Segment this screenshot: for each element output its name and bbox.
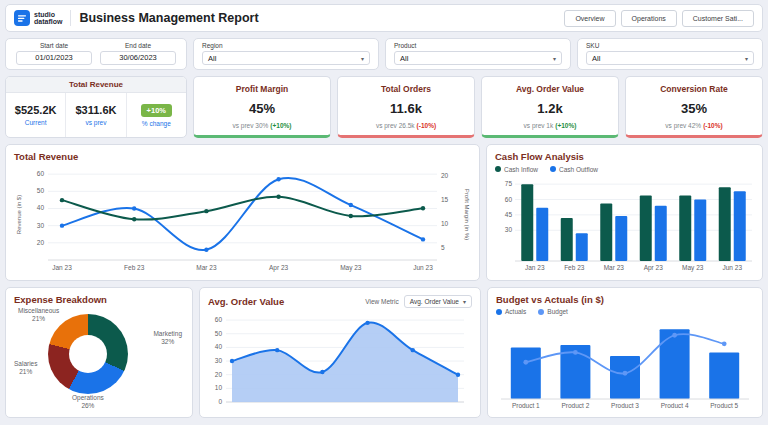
svg-text:Apr 23: Apr 23 bbox=[644, 264, 664, 272]
tab-operations[interactable]: Operations bbox=[621, 10, 677, 27]
chevron-down-icon: ▾ bbox=[553, 55, 556, 62]
end-date-label: End date bbox=[100, 42, 176, 49]
svg-text:Apr 23: Apr 23 bbox=[269, 264, 289, 272]
svg-text:Jan 23: Jan 23 bbox=[525, 264, 545, 271]
end-date-input[interactable]: 30/06/2023 bbox=[100, 51, 176, 65]
kpi-comparison: vs prev 1k(+10%) bbox=[524, 122, 577, 129]
kpi-value: 11.6k bbox=[390, 101, 422, 116]
charts-row-2: Expense Breakdown Marketing32% Operation… bbox=[5, 287, 763, 418]
svg-text:Mar 23: Mar 23 bbox=[604, 264, 625, 271]
logo-line1: studio bbox=[34, 11, 62, 19]
tab-overview[interactable]: Overview bbox=[564, 10, 615, 27]
kpi-current-label: Current bbox=[25, 119, 47, 126]
svg-text:40: 40 bbox=[37, 204, 45, 211]
svg-text:0: 0 bbox=[218, 398, 222, 405]
kpi-title: Profit Margin bbox=[236, 84, 288, 94]
region-value: All bbox=[208, 54, 216, 63]
sku-select[interactable]: All ▾ bbox=[586, 51, 754, 65]
svg-text:Jun 23: Jun 23 bbox=[413, 264, 433, 271]
cash-flow-bar-chart: 30456075Jan 23Feb 23Mar 23Apr 23May 23Ju… bbox=[495, 175, 754, 273]
kpi-prev: $311.6K vs prev bbox=[65, 93, 125, 137]
kpi-card-conversion-rate: Conversion Rate 35% vs prev 42%(-10%) bbox=[625, 76, 763, 138]
chart-title: Total Revenue bbox=[14, 150, 471, 163]
svg-text:60: 60 bbox=[505, 196, 513, 203]
product-filter: Product All ▾ bbox=[385, 38, 571, 70]
svg-text:20: 20 bbox=[37, 239, 45, 246]
svg-text:40: 40 bbox=[215, 343, 223, 350]
tab-customer-satisfaction[interactable]: Customer Sati... bbox=[682, 10, 754, 27]
end-date-field: End date 30/06/2023 bbox=[100, 42, 176, 66]
kpi-card-profit-margin: Profit Margin 45% vs prev 30%(+10%) bbox=[193, 76, 331, 138]
kpi-comparison: vs prev 26.5k(-10%) bbox=[376, 122, 436, 129]
kpi-title: Avg. Order Value bbox=[516, 84, 584, 94]
sku-label: SKU bbox=[586, 42, 754, 49]
kpi-prev-label: vs prev bbox=[86, 119, 107, 126]
chevron-down-icon: ▾ bbox=[361, 55, 364, 62]
budget-vs-actuals-card: Budget vs Actuals (in $) Actuals Budget … bbox=[487, 287, 763, 418]
sku-value: All bbox=[592, 54, 600, 63]
svg-text:Revenue (in $): Revenue (in $) bbox=[16, 195, 22, 234]
cash-outflow-dot-icon bbox=[550, 166, 556, 172]
svg-text:May 23: May 23 bbox=[340, 264, 362, 272]
total-revenue-line-chart: 20304050605101520Jan 23Feb 23Mar 23Apr 2… bbox=[14, 163, 471, 273]
budget-dot-icon bbox=[538, 309, 544, 315]
chevron-down-icon: ▾ bbox=[745, 55, 748, 62]
svg-text:5: 5 bbox=[441, 244, 445, 251]
nav-tabs: Overview Operations Customer Sati... bbox=[564, 10, 754, 27]
cash-flow-legend: Cash Inflow Cash Outflow bbox=[495, 163, 754, 175]
kpi-comparison: vs prev 42%(-10%) bbox=[665, 122, 722, 129]
svg-text:10: 10 bbox=[441, 220, 449, 227]
chevron-down-icon: ▾ bbox=[463, 298, 466, 305]
kpi-comparison: vs prev 30%(+10%) bbox=[233, 122, 292, 129]
svg-text:Product 3: Product 3 bbox=[611, 402, 639, 409]
region-select[interactable]: All ▾ bbox=[202, 51, 370, 65]
chart-title: Avg. Order Value bbox=[208, 295, 284, 308]
kpi-change-text: (-10%) bbox=[703, 122, 723, 129]
svg-text:Mar 23: Mar 23 bbox=[196, 264, 217, 271]
view-metric-select[interactable]: Avg. Order Value ▾ bbox=[404, 295, 472, 308]
product-select[interactable]: All ▾ bbox=[394, 51, 562, 65]
legend-item-cash-outflow: Cash Outflow bbox=[550, 166, 598, 173]
kpi-current-value: $525.2K bbox=[15, 104, 57, 116]
metric-picker: View Metric Avg. Order Value ▾ bbox=[365, 295, 472, 308]
studio-dataflow-logo: studio dataflow bbox=[14, 10, 62, 26]
sku-filter: SKU All ▾ bbox=[577, 38, 763, 70]
budget-legend: Actuals Budget bbox=[496, 306, 754, 317]
start-date-label: Start date bbox=[16, 42, 92, 49]
svg-text:May 23: May 23 bbox=[682, 264, 704, 272]
kpi-prev-value: $311.6K bbox=[76, 104, 117, 116]
svg-text:30: 30 bbox=[505, 226, 513, 233]
kpi-change: +10% % change bbox=[126, 93, 186, 137]
expense-donut-area: Marketing32% Operations26% Salaries21% M… bbox=[14, 306, 184, 410]
chart-title: Cash Flow Analysis bbox=[495, 150, 754, 163]
svg-text:Profit Margin (in %): Profit Margin (in %) bbox=[464, 189, 470, 240]
svg-text:Feb 23: Feb 23 bbox=[124, 264, 145, 271]
svg-text:Product 1: Product 1 bbox=[512, 402, 540, 409]
budget-vs-actuals-chart: Product 1Product 2Product 3Product 4Prod… bbox=[496, 317, 754, 411]
kpi-title: Total Orders bbox=[381, 84, 431, 94]
start-date-field: Start date 01/01/2023 bbox=[16, 42, 92, 66]
region-label: Region bbox=[202, 42, 370, 49]
product-value: All bbox=[400, 54, 408, 63]
chart-title: Expense Breakdown bbox=[14, 293, 184, 306]
expense-donut-chart bbox=[48, 314, 128, 394]
start-date-input[interactable]: 01/01/2023 bbox=[16, 51, 92, 65]
svg-text:20: 20 bbox=[441, 172, 449, 179]
kpi-change-text: (+10%) bbox=[555, 122, 576, 129]
kpi-value: 45% bbox=[249, 101, 275, 116]
svg-text:Product 2: Product 2 bbox=[561, 402, 589, 409]
slice-label-salaries: Salaries21% bbox=[14, 360, 37, 376]
svg-text:60: 60 bbox=[215, 316, 223, 323]
actuals-dot-icon bbox=[496, 309, 502, 315]
slice-label-miscellaneous: Miscellaneous21% bbox=[18, 307, 59, 323]
svg-text:75: 75 bbox=[505, 180, 513, 187]
header-divider bbox=[70, 10, 71, 26]
svg-text:15: 15 bbox=[441, 196, 449, 203]
svg-text:45: 45 bbox=[505, 211, 513, 218]
avg-order-value-area-chart: 0102030405060 bbox=[208, 310, 472, 410]
svg-text:30: 30 bbox=[37, 222, 45, 229]
kpi-value: 35% bbox=[681, 101, 707, 116]
total-revenue-chart-card: Total Revenue 20304050605101520Jan 23Feb… bbox=[5, 144, 480, 281]
logo-line2: dataflow bbox=[34, 18, 62, 26]
dashboard: studio dataflow Business Management Repo… bbox=[0, 0, 768, 425]
